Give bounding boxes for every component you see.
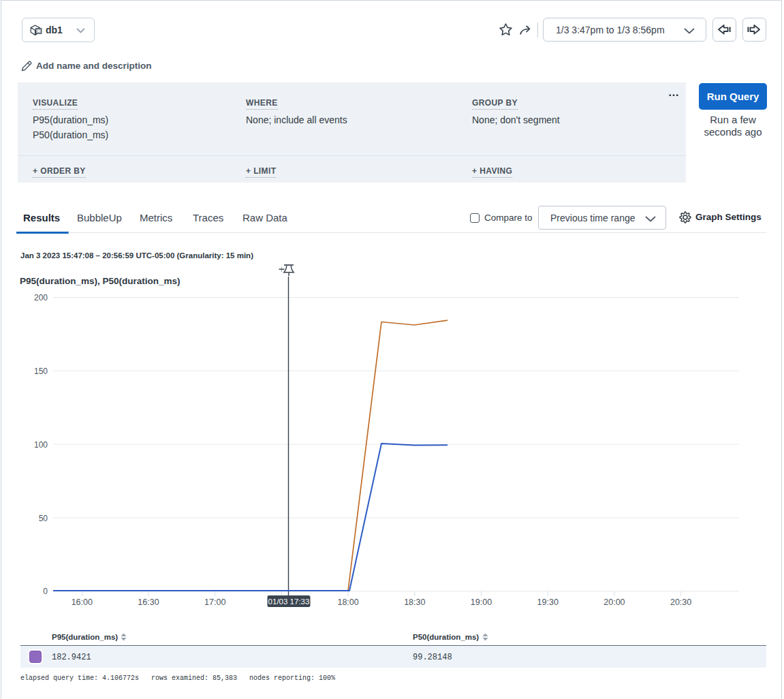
svg-text:16:00: 16:00	[72, 597, 93, 607]
svg-text:18:00: 18:00	[337, 597, 358, 607]
svg-text:20:30: 20:30	[670, 597, 691, 607]
svg-text:16:30: 16:30	[138, 597, 159, 607]
svg-text:20:00: 20:00	[603, 597, 625, 607]
svg-text:50: 50	[39, 514, 48, 523]
svg-text:17:00: 17:00	[204, 597, 225, 607]
svg-text:200: 200	[34, 293, 48, 302]
svg-text:100: 100	[34, 440, 48, 450]
svg-text:150: 150	[34, 367, 48, 376]
svg-text:01/03 17:33: 01/03 17:33	[268, 597, 310, 606]
svg-text:19:30: 19:30	[537, 597, 559, 607]
svg-text:19:00: 19:00	[471, 597, 492, 607]
svg-text:18:30: 18:30	[404, 597, 425, 607]
svg-text:0: 0	[43, 587, 48, 596]
